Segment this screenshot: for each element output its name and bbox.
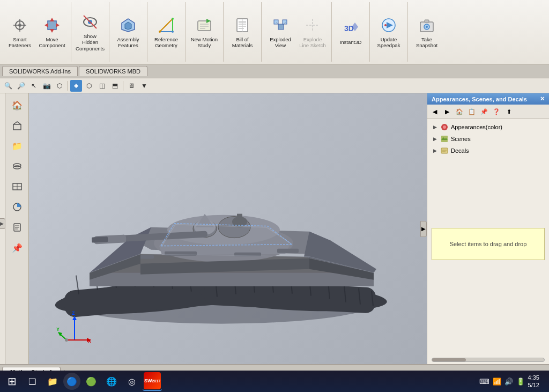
toolbar-group-motion: New Motion Study [186, 2, 224, 62]
solidworks-icon: SW2017 [144, 372, 161, 389]
help-btn[interactable]: ❓ [491, 106, 502, 117]
take-snapshot-label: Take Snapshot [412, 36, 441, 49]
3d-viewport[interactable]: Z X Y ▶ [29, 93, 427, 364]
right-panel-header: Appearances, Scenes, and Decals ✕ [427, 93, 549, 105]
sidebar-layers-btn[interactable] [8, 157, 27, 176]
reference-geometry-button[interactable]: Reference Geometry [151, 3, 182, 61]
svg-rect-47 [13, 124, 21, 130]
toolbar-group-snapshot: Take Snapshot [408, 2, 446, 62]
appearances-icon [440, 123, 449, 131]
section-btn[interactable]: ⬒ [109, 80, 121, 92]
svg-point-46 [426, 26, 428, 28]
close-icon[interactable]: ✕ [540, 95, 545, 102]
cortana-btn[interactable]: 🔵 [63, 373, 80, 390]
svg-rect-33 [283, 20, 287, 24]
copy-btn[interactable]: 📋 [466, 106, 477, 117]
sidebar-home-btn[interactable]: 🏠 [8, 95, 27, 115]
show-hidden-components-button[interactable]: Show Hidden Components [75, 3, 106, 61]
chrome-btn[interactable]: ◎ [122, 372, 142, 391]
solidworks-taskbar-btn[interactable]: SW2017 [143, 372, 162, 391]
forward-btn[interactable]: ▶ [442, 106, 452, 117]
camera-icon-btn[interactable]: 📷 [41, 80, 53, 92]
solidworks-addins-tab[interactable]: SOLIDWORKS Add-Ins [2, 66, 78, 76]
toolbar-group-explode: Exploded View Explode Line Sketch [262, 2, 332, 62]
bill-of-materials-button[interactable]: Bill of Materials [227, 3, 258, 61]
battery-icon: 🔋 [516, 378, 525, 386]
view-type-btn[interactable]: ⬡ [83, 80, 95, 92]
back-btn[interactable]: ◀ [429, 106, 440, 117]
secondary-icon-bar: 🔍 🔎 ↖ 📷 ⬡ ◈ ⬡ ◫ ⬒ 🖥 ▼ [0, 78, 549, 93]
instant3d-label: Instant3D [340, 39, 362, 45]
svg-point-116 [65, 338, 68, 342]
show-hidden-label: Show Hidden Components [76, 33, 105, 51]
toolbar-group-fasteners: Smart Fasteners Move Component [1, 2, 71, 62]
view-orient-btn[interactable]: ◈ [70, 80, 82, 92]
toolbar-group-assembly-features: Assembly Features [109, 2, 147, 62]
display-btn[interactable]: ◫ [96, 80, 108, 92]
new-motion-study-label: New Motion Study [190, 36, 219, 49]
sidebar-table-btn[interactable] [8, 177, 27, 196]
taskview-btn[interactable]: ❑ [23, 372, 42, 391]
view3-icon-btn[interactable]: ⬡ [54, 80, 65, 92]
tree-expand-btn[interactable]: ▶ [0, 218, 5, 229]
windows-taskbar: ⊞ ❑ 📁 🔵 🟢 🌐 ◎ SW2017 ⌨ 📶 🔊 🔋 4:35 5/12 [0, 371, 549, 392]
search2-icon-btn[interactable]: 🔎 [15, 80, 27, 92]
svg-point-19 [172, 18, 174, 20]
expand-btn[interactable]: ▼ [138, 80, 150, 92]
svg-rect-121 [441, 148, 448, 153]
svg-rect-4 [48, 21, 56, 29]
tree-arrow-appearances: ▶ [432, 124, 438, 130]
select-icon-btn[interactable]: ↖ [28, 80, 40, 92]
explode-line-sketch-button[interactable]: Explode Line Sketch [297, 3, 328, 61]
svg-rect-20 [198, 21, 211, 31]
svg-rect-95 [237, 213, 242, 224]
left-tree-panel: ▶ [0, 93, 5, 364]
up-btn[interactable]: ⬆ [503, 106, 514, 117]
paste-btn[interactable]: 📌 [479, 106, 489, 117]
systray: ⌨ 📶 🔊 🔋 4:35 5/12 [475, 374, 547, 389]
keyboard-icon: ⌨ [479, 378, 489, 386]
solidworks-mbd-tab[interactable]: SOLIDWORKS MBD [79, 66, 147, 76]
smart-fasteners-label: Smart Fasteners [5, 36, 34, 49]
sidebar-pin-btn[interactable]: 📌 [8, 238, 27, 257]
svg-marker-108 [72, 316, 77, 320]
toolbar-group-bill: Bill of Materials [224, 2, 262, 62]
search-icon-btn[interactable]: 🔍 [2, 80, 14, 92]
decals-label: Decals [451, 147, 469, 154]
toolbar-group-reference-geometry: Reference Geometry [147, 2, 186, 62]
exploded-view-button[interactable]: Exploded View [265, 3, 296, 61]
tree-arrow-decals: ▶ [432, 147, 438, 154]
new-motion-study-button[interactable]: New Motion Study [189, 3, 220, 61]
axes-widget: Z X Y [56, 310, 93, 348]
svg-marker-6 [50, 29, 54, 33]
assembly-features-button[interactable]: Assembly Features [113, 3, 144, 61]
drop-zone[interactable]: Select items to drag and drop [432, 228, 545, 260]
instant3d-button[interactable]: 3D Instant3D [335, 3, 366, 61]
monitor-btn[interactable]: 🖥 [125, 80, 137, 92]
app1-btn[interactable]: 🟢 [81, 372, 101, 391]
scenes-icon [440, 135, 449, 143]
top-tabbar: SOLIDWORKS Add-Ins SOLIDWORKS MBD [0, 64, 549, 78]
toolbar-group-speedpak: Update Speedpak [370, 2, 408, 62]
tree-item-appearances[interactable]: ▶ Appearances(color) [429, 121, 547, 133]
svg-point-17 [159, 31, 161, 33]
update-speedpak-button[interactable]: Update Speedpak [373, 3, 404, 61]
smart-fasteners-button[interactable]: Smart Fasteners [4, 3, 35, 61]
toolbar-group-instant3d: 3D Instant3D [332, 2, 370, 62]
svg-text:X: X [88, 338, 91, 344]
move-component-button[interactable]: Move Component [36, 3, 68, 61]
edge-btn[interactable]: 🌐 [102, 372, 121, 391]
sidebar-chart-btn[interactable] [8, 197, 27, 217]
file-explorer-btn[interactable]: 📁 [43, 372, 62, 391]
svg-marker-7 [44, 23, 48, 27]
tree-item-decals[interactable]: ▶ Decals [429, 145, 547, 157]
viewport-collapse-handle[interactable]: ▶ [420, 221, 427, 237]
sidebar-3d-btn[interactable] [8, 116, 27, 135]
tree-item-scenes[interactable]: ▶ Scenes [429, 133, 547, 145]
svg-text:Z: Z [72, 310, 75, 316]
take-snapshot-button[interactable]: Take Snapshot [411, 3, 442, 61]
sidebar-folder-btn[interactable]: 📁 [8, 136, 27, 156]
home-btn2[interactable]: 🏠 [454, 106, 465, 117]
sidebar-note-btn[interactable] [8, 218, 27, 237]
windows-start-btn[interactable]: ⊞ [2, 372, 21, 391]
